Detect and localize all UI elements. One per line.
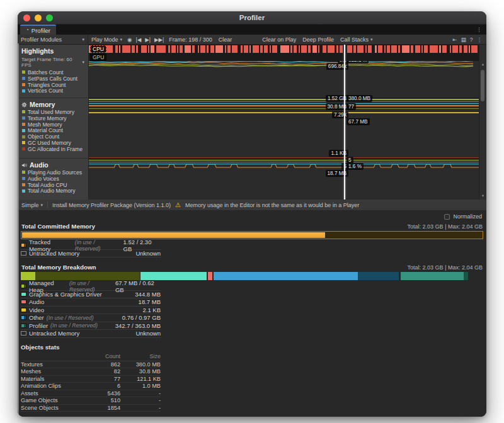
cpu-frame-bar — [132, 45, 135, 53]
counter-color-swatch — [22, 147, 25, 150]
tab-profiler[interactable]: ◔ Profiler — [20, 25, 56, 35]
counter-toggle[interactable]: Total Audio CPU — [18, 182, 88, 188]
cpu-frame-bar — [232, 45, 238, 53]
counter-value-badge: 380.0 MB — [346, 95, 372, 102]
segment-in-use-fill — [21, 272, 35, 280]
chart-vertical-scrollbar[interactable]: ▲ ▼ — [479, 45, 486, 200]
target-frame-time-dropdown[interactable]: Target Frame Time: 60 FPS▾ — [18, 55, 88, 69]
counter-toggle[interactable]: Triangles Count — [18, 82, 88, 88]
scroll-down-icon[interactable]: ▼ — [479, 194, 486, 198]
play-mode-dropdown[interactable]: Play Mode ▾ — [88, 35, 125, 44]
counter-toggle[interactable]: GC Used Memory — [18, 140, 88, 146]
help-icon[interactable]: ? — [468, 37, 475, 43]
call-stacks-label: Call Stacks — [340, 37, 369, 43]
clear-button[interactable]: Clear — [215, 35, 236, 44]
legend-label: Other — [29, 314, 44, 321]
profiler-gauge-icon: ◔ — [26, 28, 29, 33]
legend-note: (In use / Reserved) — [75, 239, 121, 252]
next-frame-icon[interactable]: ▶| — [143, 37, 152, 43]
counter-toggle[interactable]: Object Count — [18, 133, 88, 140]
counter-color-swatch — [22, 141, 25, 144]
breakdown-segment-other[interactable] — [214, 272, 399, 280]
cpu-frame-bar — [452, 45, 458, 53]
module-section-highlights: HighlightsTarget Frame Time: 60 FPS▾Batc… — [18, 45, 88, 98]
cpu-frame-bar — [439, 45, 441, 53]
cpu-frame-bar — [115, 45, 118, 53]
profiler-modules-dropdown[interactable]: Profiler Modules ▾ — [18, 35, 88, 44]
normalized-checkbox[interactable] — [444, 214, 450, 220]
counter-toggle[interactable]: Total Audio Memory — [18, 188, 88, 194]
legend-label: Profiler — [29, 322, 48, 329]
counter-toggle[interactable]: Audio Voices — [18, 176, 88, 182]
close-window-button[interactable] — [23, 14, 30, 21]
counter-line — [89, 99, 479, 100]
last-frame-icon[interactable]: ▶▶| — [152, 37, 166, 43]
objects-stats-row: Scene Objects1854- — [21, 405, 161, 412]
clear-on-play-toggle[interactable]: Clear on Play — [259, 35, 299, 44]
breakdown-segment-graphics[interactable] — [140, 272, 206, 280]
load-profile-icon[interactable]: ⇤ — [451, 37, 459, 43]
counter-color-swatch — [22, 110, 25, 113]
counter-color-swatch — [22, 89, 25, 93]
counter-line — [89, 101, 479, 103]
normalized-label[interactable]: Normalized — [453, 213, 482, 220]
count-column-header: Count — [88, 353, 120, 359]
cpu-frame-bar — [180, 45, 183, 53]
minimize-window-button[interactable] — [35, 14, 42, 21]
cpu-frame-bar — [264, 45, 268, 53]
module-section-memory: MemoryTotal Used MemoryTexture MemoryMes… — [18, 98, 88, 158]
counter-color-swatch — [22, 116, 25, 120]
legend-value: Unknown — [135, 330, 161, 337]
module-title[interactable]: Highlights — [18, 45, 88, 55]
breakdown-segment-audio[interactable] — [208, 272, 212, 280]
cpu-track-label[interactable]: CPU — [90, 45, 106, 53]
cpu-frame-bar — [375, 45, 377, 53]
selected-frame-playhead[interactable] — [344, 45, 345, 200]
gear-icon[interactable] — [21, 102, 27, 108]
cpu-frame-bar — [119, 45, 120, 53]
counter-toggle[interactable]: GC Allocated In Frame — [18, 146, 88, 152]
cpu-frame-bar — [421, 45, 423, 53]
breakdown-segment-managed-heap[interactable] — [21, 272, 140, 280]
counter-toggle[interactable]: Texture Memory — [18, 115, 88, 121]
counter-toggle[interactable]: SetPass Calls Count — [18, 76, 88, 82]
memory-details-pane: Simple ▾ Install Memory Profiler Package… — [18, 200, 486, 417]
install-memory-profiler-link[interactable]: Install Memory Profiler Package (Version… — [52, 202, 171, 208]
cpu-frame-bar — [185, 45, 191, 53]
cpu-frame-bar — [387, 45, 390, 53]
counter-line — [89, 105, 479, 106]
cpu-frame-bar — [308, 45, 311, 53]
cpu-frame-bar — [471, 45, 478, 53]
deep-profile-toggle[interactable]: Deep Profile — [299, 35, 337, 44]
counter-toggle[interactable]: Material Count — [18, 127, 88, 133]
counter-toggle[interactable]: Batches Count — [18, 69, 88, 76]
counter-line — [89, 103, 479, 104]
memory-breakdown-bar[interactable] — [21, 272, 483, 280]
counter-toggle[interactable]: Mesh Memory — [18, 121, 88, 128]
record-icon[interactable]: ◉ — [125, 37, 134, 43]
breakdown-segment-profiler[interactable] — [401, 272, 468, 280]
objects-stats-title: Objects stats — [21, 344, 161, 353]
counter-toggle[interactable]: Playing Audio Sources — [18, 169, 88, 176]
call-stacks-dropdown[interactable]: Call Stacks ▾ — [337, 35, 376, 44]
untracked-swatch — [21, 251, 26, 256]
toolbar-menu-kebab-icon[interactable]: ⋮ — [475, 37, 484, 43]
chart-section-divider — [89, 158, 486, 159]
tab-menu-kebab-icon[interactable]: ⋮ — [476, 26, 482, 33]
memory-view-mode-dropdown[interactable]: Simple ▾ — [21, 200, 43, 210]
save-profile-icon[interactable]: ▤ — [459, 37, 468, 43]
module-title[interactable]: Audio — [18, 159, 88, 169]
total-committed-memory-bar[interactable] — [21, 231, 483, 239]
chart-plot-area[interactable]: CPU GPU 0.3822.14k696.84k1.52 GB380.0 MB… — [89, 45, 486, 200]
previous-frame-icon[interactable]: |◀ — [134, 37, 143, 43]
counter-toggle[interactable]: Vertices Count — [18, 87, 88, 94]
cpu-activity-strip[interactable] — [89, 45, 479, 61]
counter-toggle[interactable]: Total Used Memory — [18, 109, 88, 115]
profiler-window: Profiler ◔ Profiler ⋮ Profiler Modules ▾… — [18, 11, 486, 417]
zoom-window-button[interactable] — [46, 14, 53, 21]
gpu-track-label[interactable]: GPU — [90, 54, 106, 61]
module-title[interactable]: Memory — [18, 98, 88, 109]
scroll-up-icon[interactable]: ▲ — [479, 62, 486, 66]
scrollbar-thumb[interactable] — [481, 70, 484, 101]
cpu-frame-bar — [391, 45, 397, 53]
